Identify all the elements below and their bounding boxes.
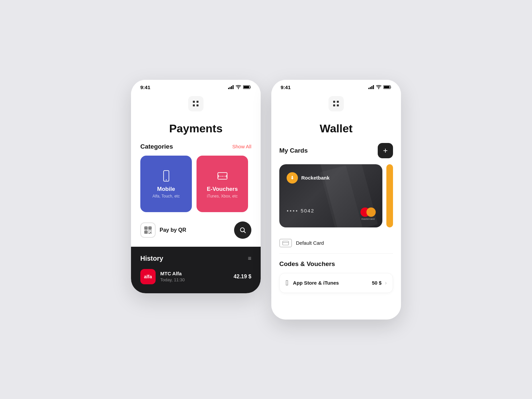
categories-grid: Mobile Alfa, Touch, etc E-Vouchers iTune… bbox=[140, 156, 251, 212]
status-icons-payments bbox=[228, 85, 251, 89]
svg-marker-31 bbox=[291, 176, 293, 177]
history-logo-text: alfa bbox=[144, 274, 152, 279]
voucher-item-appstore[interactable]:  App Store & iTunes 50 $ › bbox=[279, 273, 393, 293]
categories-label: Categories bbox=[140, 143, 173, 150]
card-last4: 5042 bbox=[301, 208, 314, 213]
svg-rect-15 bbox=[145, 231, 147, 233]
history-item[interactable]: alfa MTC Alfa Today, 11:30 42.19 $ bbox=[140, 269, 251, 284]
svg-rect-1 bbox=[230, 87, 231, 89]
chevron-right-icon: › bbox=[385, 280, 387, 286]
grid-menu-button-wallet[interactable] bbox=[329, 96, 344, 111]
codes-vouchers-title: Codes & Vouchers bbox=[279, 260, 393, 268]
card-stub bbox=[386, 164, 393, 227]
signal-icon bbox=[228, 85, 234, 89]
category-evouchers[interactable]: E-Vouchers iTunes, Xbox, etc bbox=[197, 156, 248, 212]
payments-phone: 9:41 bbox=[131, 80, 261, 293]
wifi-icon-wallet bbox=[376, 85, 381, 89]
svg-rect-5 bbox=[244, 86, 249, 88]
cards-carousel: Rocketbank ●●●● 5042 mastercard bbox=[279, 164, 393, 227]
svg-rect-14 bbox=[149, 227, 151, 229]
mc-orange-circle bbox=[366, 207, 376, 217]
grid-menu-button-payments[interactable] bbox=[188, 96, 203, 111]
history-item-date: Today, 11:30 bbox=[160, 277, 229, 282]
apple-icon:  bbox=[286, 279, 288, 287]
wifi-icon bbox=[236, 85, 241, 89]
evouchers-category-name: E-Vouchers bbox=[207, 186, 238, 193]
status-time-payments: 9:41 bbox=[140, 84, 150, 90]
voucher-left:  App Store & iTunes bbox=[286, 279, 339, 287]
history-info: MTC Alfa Today, 11:30 bbox=[160, 271, 229, 282]
history-item-name: MTC Alfa bbox=[160, 271, 229, 276]
status-bar-payments: 9:41 bbox=[131, 80, 261, 93]
history-header: History ≡ bbox=[140, 255, 251, 262]
svg-rect-13 bbox=[145, 227, 147, 229]
history-menu-icon[interactable]: ≡ bbox=[248, 255, 251, 262]
my-cards-title: My Cards bbox=[279, 147, 308, 154]
payments-title: Payments bbox=[131, 117, 261, 143]
card-dots: ●●●● bbox=[287, 209, 299, 212]
mastercard-logo: mastercard bbox=[360, 207, 376, 220]
pay-qr-row: Pay by QR bbox=[131, 221, 261, 247]
voucher-name: App Store & iTunes bbox=[293, 280, 339, 286]
history-item-amount: 42.19 $ bbox=[234, 274, 251, 280]
rocket-icon bbox=[289, 175, 295, 181]
svg-rect-3 bbox=[233, 85, 234, 89]
svg-rect-30 bbox=[384, 86, 390, 88]
search-button[interactable] bbox=[234, 221, 251, 239]
add-card-button[interactable]: + bbox=[378, 143, 393, 158]
show-all-link[interactable]: Show All bbox=[232, 144, 251, 149]
svg-rect-0 bbox=[228, 88, 229, 89]
pay-qr-label: Pay by QR bbox=[160, 227, 186, 233]
signal-icon-wallet bbox=[368, 85, 374, 89]
rocketbank-card[interactable]: Rocketbank ●●●● 5042 mastercard bbox=[279, 164, 382, 227]
app-header-payments bbox=[131, 93, 261, 117]
mastercard-circles bbox=[360, 207, 376, 217]
history-logo-alfa: alfa bbox=[140, 269, 156, 284]
history-title: History bbox=[140, 255, 163, 262]
category-mobile[interactable]: Mobile Alfa, Touch, etc bbox=[140, 156, 192, 212]
wallet-phone: 9:41 bbox=[271, 80, 401, 320]
categories-section: Categories Show All Mobile Alfa, Touch, … bbox=[131, 143, 261, 212]
phones-container: 9:41 bbox=[131, 80, 401, 320]
battery-icon-wallet bbox=[383, 85, 392, 89]
battery-icon bbox=[243, 85, 251, 89]
bottom-spacer bbox=[271, 300, 401, 320]
svg-rect-26 bbox=[370, 87, 371, 89]
card-icon bbox=[282, 241, 289, 245]
mobile-category-sub: Alfa, Touch, etc bbox=[153, 194, 180, 199]
voucher-amount: 50 $ bbox=[372, 280, 381, 286]
status-bar-wallet: 9:41 bbox=[271, 80, 401, 93]
svg-rect-27 bbox=[371, 86, 372, 89]
wallet-title: Wallet bbox=[271, 117, 401, 143]
default-card-icon bbox=[279, 239, 292, 247]
add-card-label: + bbox=[383, 146, 388, 155]
svg-rect-32 bbox=[283, 241, 289, 245]
voucher-icon bbox=[216, 169, 229, 183]
wallet-content: My Cards + bbox=[271, 143, 401, 300]
history-section: History ≡ alfa MTC Alfa Today, 11:30 42.… bbox=[131, 247, 261, 293]
codes-section: Codes & Vouchers  App Store & iTunes 50… bbox=[279, 260, 393, 300]
status-icons-wallet bbox=[368, 85, 392, 89]
grid-dots-icon bbox=[193, 101, 199, 107]
pay-qr-button[interactable]: Pay by QR bbox=[140, 222, 186, 238]
svg-rect-2 bbox=[231, 86, 232, 89]
status-time-wallet: 9:41 bbox=[281, 84, 291, 90]
my-cards-header: My Cards + bbox=[279, 143, 393, 158]
qr-icon-box bbox=[140, 222, 156, 238]
mobile-category-name: Mobile bbox=[157, 186, 175, 193]
voucher-right: 50 $ › bbox=[372, 280, 387, 286]
phone-icon bbox=[160, 169, 173, 183]
mastercard-text: mastercard bbox=[360, 218, 376, 220]
default-card-label: Default Card bbox=[296, 240, 324, 246]
search-icon bbox=[239, 227, 246, 233]
card-number-row: ●●●● 5042 bbox=[287, 208, 315, 213]
svg-rect-25 bbox=[368, 88, 369, 89]
qr-icon bbox=[144, 226, 152, 234]
app-header-wallet bbox=[271, 93, 401, 117]
svg-line-24 bbox=[244, 231, 246, 233]
evouchers-category-sub: iTunes, Xbox, etc bbox=[207, 194, 237, 199]
default-card-row[interactable]: Default Card bbox=[279, 234, 393, 254]
categories-header: Categories Show All bbox=[140, 143, 251, 150]
svg-rect-28 bbox=[373, 85, 374, 89]
grid-dots-icon-wallet bbox=[333, 101, 339, 107]
